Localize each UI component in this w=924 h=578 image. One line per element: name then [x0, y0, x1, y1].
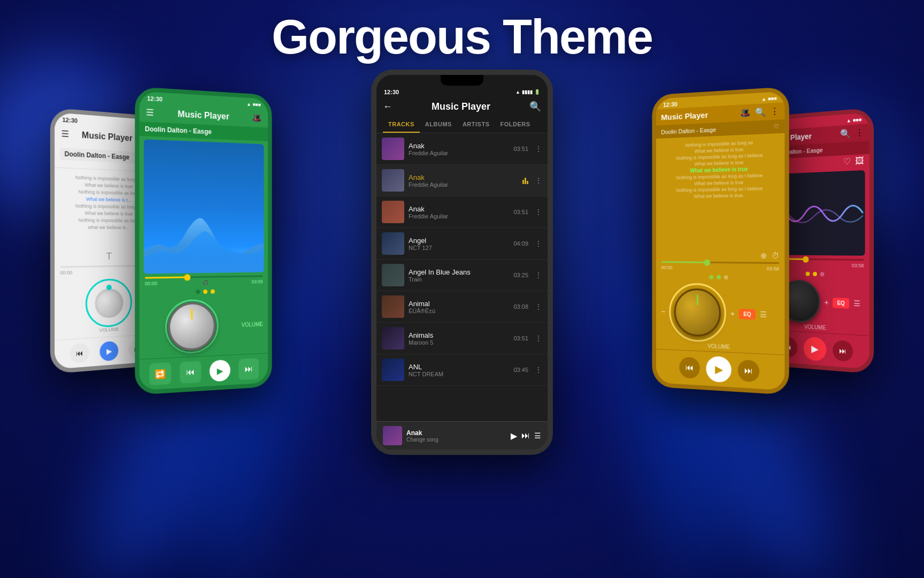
p3-back-icon[interactable]: ← [383, 101, 392, 112]
phone-dark-center: 12:30 ▲▮▮▮▮🔋 ← Music Player 🔍 TRACKS ALB… [371, 70, 553, 455]
p2-time-end: 03:55 [251, 279, 263, 284]
p4-vol-row: − + EQ ☰ [661, 283, 779, 345]
p4-icons: 🎩 🔍 ⋮ [740, 106, 779, 118]
p1-time: 12:30 [63, 116, 78, 124]
mini-player-info: Anak Change song [406, 429, 506, 443]
p5-playlist-icon[interactable]: ☰ [853, 299, 860, 308]
track-item-5[interactable]: Angel In Blue Jeans Train 03:25 ⋮ [376, 260, 548, 291]
p4-playlist-icon[interactable]: ☰ [760, 310, 767, 319]
track-item-4[interactable]: Angel NCT 127 04:09 ⋮ [376, 228, 548, 260]
p4-search-icon[interactable]: 🔍 [755, 107, 766, 117]
track-item-8[interactable]: ANL NCT DREAM 03:45 ⋮ [376, 354, 548, 386]
p2-volume-area: VOLUME [140, 294, 268, 359]
p1-play-button[interactable]: ▶ [100, 341, 119, 361]
p5-search-icon[interactable]: 🔍 [840, 128, 851, 139]
track-more-1[interactable]: ⋮ [535, 144, 542, 153]
p1-menu-icon[interactable]: ☰ [61, 128, 68, 139]
p5-time-end: 03:58 [852, 263, 864, 269]
p5-volume-label: VOLUME [804, 324, 826, 331]
track-artist-2: Freddie Aguilar [409, 181, 518, 188]
track-more-3[interactable]: ⋮ [535, 208, 542, 216]
p2-next-button[interactable]: ⏭ [238, 358, 259, 380]
track-info-1: Anak Freddie Aguilar [409, 142, 509, 156]
track-artist-5: Train [409, 276, 509, 283]
track-more-4[interactable]: ⋮ [535, 239, 542, 248]
tab-artists[interactable]: ARTISTS [457, 117, 495, 133]
p4-controls: ⏮ ▶ ⏭ [656, 349, 784, 391]
track-artist-7: Maroon 5 [409, 339, 509, 346]
p4-time: 12:30 [663, 101, 677, 108]
track-duration-5: 03:25 [513, 272, 528, 278]
p1-prev-button[interactable]: ⏮ [70, 343, 89, 363]
phones-container: 12:30 ▲■■■ ☰ Music Player 🔍 Doolin Dalto… [34, 70, 890, 562]
tab-tracks[interactable]: TRACKS [383, 117, 420, 133]
track-info-2: Anak Freddie Aguilar [409, 173, 518, 188]
p4-play-button[interactable]: ▶ [706, 356, 731, 383]
p5-status-icons: ▲■■■ [846, 117, 862, 123]
track-item-7[interactable]: Animals Maroon 5 03:51 ⋮ [376, 323, 548, 354]
p1-time-start: 00:00 [60, 270, 72, 276]
tab-folders[interactable]: FOLDERS [495, 117, 535, 133]
p2-volume-knob[interactable] [168, 302, 216, 352]
p5-icons: 🔍 ⋮ [840, 127, 864, 139]
mini-play-button[interactable]: ▶ [511, 431, 517, 441]
p2-time: 12:30 [147, 95, 163, 103]
p2-repeat-button[interactable]: 🔁 [149, 362, 171, 385]
p4-more-icon[interactable]: ⋮ [771, 106, 779, 117]
p4-favorite-icon[interactable]: ♡ [774, 123, 779, 131]
p2-prev-button[interactable]: ⏮ [180, 361, 201, 383]
track-more-6[interactable]: ⋮ [535, 302, 542, 311]
p3-status-bar: 12:30 ▲▮▮▮▮🔋 [376, 86, 548, 96]
p2-vol-ring [165, 299, 219, 354]
mini-player-title: Anak [406, 429, 506, 437]
track-artist-4: NCT 127 [409, 245, 509, 251]
p3-notch [441, 75, 483, 86]
p5-eq-button[interactable]: EQ [833, 298, 849, 308]
track-name-5: Angel In Blue Jeans [409, 268, 509, 276]
track-info-3: Anak Freddie Aguilar [409, 205, 509, 219]
p4-vol-plus: + [730, 309, 735, 318]
tab-albums[interactable]: ALBUMS [420, 117, 457, 133]
track-thumb-5 [382, 264, 404, 286]
p1-lyrics-icon: T [106, 251, 112, 262]
p4-app-title: Music Player [661, 110, 708, 121]
track-item-1[interactable]: Anak Freddie Aguilar 03:51 ⋮ [376, 133, 548, 165]
p4-volume-knob[interactable] [674, 288, 721, 337]
track-more-2[interactable]: ⋮ [535, 176, 542, 185]
track-thumb-2 [382, 169, 404, 192]
track-thumb-7 [382, 327, 404, 349]
track-item-3[interactable]: Anak Freddie Aguilar 03:51 ⋮ [376, 196, 548, 228]
mini-next-button[interactable]: ⏭ [521, 431, 530, 440]
p4-eq-button[interactable]: EQ [739, 309, 756, 320]
mini-queue-icon[interactable]: ☰ [534, 431, 541, 440]
track-more-5[interactable]: ⋮ [535, 271, 542, 279]
track-duration-3: 03:51 [513, 209, 528, 215]
track-info-8: ANL NCT DREAM [409, 363, 509, 377]
p4-zoom-icon: ⊕ ⏱ [656, 249, 784, 262]
track-artist-8: NCT DREAM [409, 371, 509, 377]
p2-menu-icon[interactable]: ☰ [146, 107, 153, 118]
track-thumb-4 [382, 232, 404, 255]
p5-next-button[interactable]: ⏭ [833, 340, 853, 362]
p4-prev-button[interactable]: ⏮ [679, 356, 699, 379]
track-more-7[interactable]: ⋮ [535, 334, 542, 343]
p2-app-title: Music Player [178, 109, 229, 121]
p2-headphone-icon: 🎧 [203, 280, 209, 285]
track-item-6[interactable]: Animal ÉÚÅ®Ê±ú 03:08 ⋮ [376, 291, 548, 323]
track-more-8[interactable]: ⋮ [535, 366, 542, 374]
p4-song-name: Doolin Dalton - Easge [661, 126, 716, 135]
p3-search-icon[interactable]: 🔍 [529, 101, 541, 112]
p3-track-list: Anak Freddie Aguilar 03:51 ⋮ Anak Freddi… [376, 133, 548, 421]
p5-more-icon[interactable]: ⋮ [855, 127, 864, 139]
headline: Gorgeous Theme [0, 10, 924, 65]
track-artist-3: Freddie Aguilar [409, 213, 509, 219]
track-item-2[interactable]: Anak Freddie Aguilar ⋮ [376, 165, 548, 196]
track-duration-8: 03:45 [513, 367, 528, 373]
p4-time-start: 00:00 [661, 265, 672, 270]
p4-volume-area: − + EQ ☰ VOLUME [656, 280, 784, 355]
p5-play-button[interactable]: ▶ [804, 337, 827, 362]
p3-mini-player[interactable]: Anak Change song ▶ ⏭ ☰ [376, 421, 548, 450]
p4-next-button[interactable]: ⏭ [738, 360, 759, 383]
p1-knob[interactable] [95, 288, 123, 318]
p2-play-button[interactable]: ▶ [210, 360, 230, 382]
